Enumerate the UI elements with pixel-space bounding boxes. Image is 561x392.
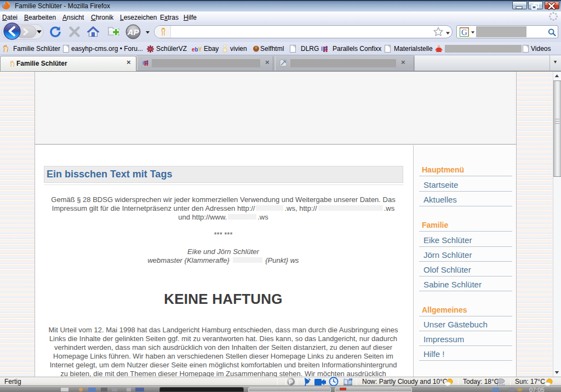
svg-text:ebY: ebY: [192, 47, 202, 53]
svg-text:AP: AP: [127, 27, 140, 37]
svg-text:I: I: [321, 45, 323, 52]
svg-text:19: 19: [349, 378, 353, 381]
svg-text:P: P: [289, 379, 293, 385]
svg-text:G: G: [461, 28, 467, 37]
svg-text:I: I: [142, 60, 144, 66]
